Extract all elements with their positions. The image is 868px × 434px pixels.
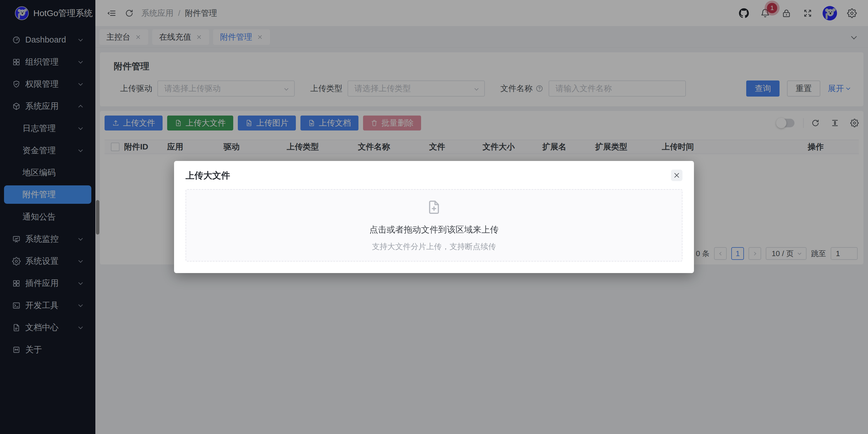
dropzone-main-text: 点击或者拖动文件到该区域来上传 (369, 224, 499, 236)
modal-title: 上传大文件 (186, 170, 230, 182)
dropzone-sub-text: 支持大文件分片上传，支持断点续传 (372, 241, 496, 252)
file-plus-icon (426, 199, 442, 215)
upload-big-file-modal: 上传大文件 点击或者拖动文件到该区域来上传 支持大文件分片上传，支持断点续传 (174, 161, 694, 273)
close-icon (673, 171, 681, 179)
upload-dropzone[interactable]: 点击或者拖动文件到该区域来上传 支持大文件分片上传，支持断点续传 (186, 189, 682, 262)
modal-close-button[interactable] (671, 170, 682, 181)
modal-header: 上传大文件 (186, 170, 682, 182)
